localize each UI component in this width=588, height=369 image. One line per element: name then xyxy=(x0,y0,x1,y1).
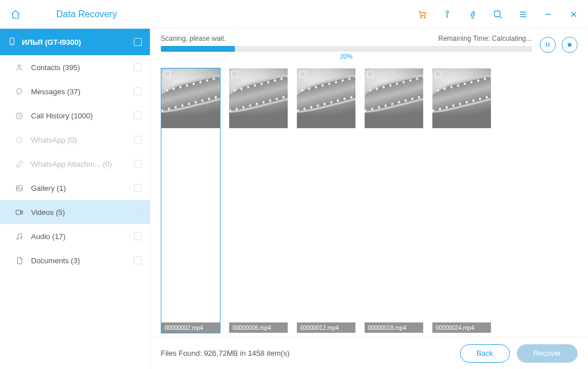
key-icon[interactable] xyxy=(442,9,452,20)
file-checkbox[interactable] xyxy=(299,71,306,78)
sidebar-item-checkbox[interactable] xyxy=(134,87,142,95)
app-window: Data Recovery xyxy=(0,0,588,369)
main-panel: Scaning, please wait. Remaining Time: Ca… xyxy=(150,29,588,369)
home-button[interactable] xyxy=(9,8,22,21)
video-thumbnail-image xyxy=(297,68,355,128)
svg-rect-9 xyxy=(16,186,22,191)
svg-point-10 xyxy=(17,186,18,187)
file-name: 00000018.mp4 xyxy=(365,322,423,333)
scan-percent-text: 20% xyxy=(161,53,532,60)
attachment-icon xyxy=(14,160,24,168)
facebook-icon[interactable] xyxy=(467,9,478,20)
file-checkbox[interactable] xyxy=(435,71,442,78)
stop-scan-button[interactable] xyxy=(562,37,578,53)
scan-bar: Scaning, please wait. Remaining Time: Ca… xyxy=(150,29,588,64)
sidebar-item-label: Gallery (1) xyxy=(31,184,66,193)
sidebar-item-label: Messages (37) xyxy=(31,87,80,96)
sidebar-item-videos[interactable]: Videos (5) xyxy=(0,200,150,224)
file-name: 00000024.mp4 xyxy=(432,322,491,333)
messages-icon xyxy=(14,87,24,96)
device-checkbox[interactable] xyxy=(134,38,142,46)
whatsapp-icon xyxy=(14,136,24,144)
sidebar-item-label: Videos (5) xyxy=(31,208,65,217)
svg-point-12 xyxy=(17,238,18,240)
close-button[interactable] xyxy=(568,9,579,20)
recover-button[interactable]: Recover xyxy=(517,344,578,363)
file-checkbox[interactable] xyxy=(367,71,374,78)
sidebar-item-checkbox[interactable] xyxy=(134,63,142,71)
sidebar-item-label: Audio (17) xyxy=(31,232,65,241)
page-title: Data Recovery xyxy=(56,9,117,20)
pause-scan-button[interactable] xyxy=(540,37,556,53)
file-thumbnail[interactable]: 00000024.mp4 xyxy=(432,68,492,333)
gallery-icon xyxy=(14,184,24,193)
sidebar-item-whatsapp: WhatsApp (0) xyxy=(0,128,150,152)
scan-status-text: Scaning, please wait. xyxy=(161,34,226,43)
svg-rect-14 xyxy=(568,43,571,47)
sidebar-item-gallery[interactable]: Gallery (1) xyxy=(0,176,150,200)
sidebar-item-checkbox[interactable] xyxy=(134,160,142,168)
sidebar-item-label: WhatsApp (0) xyxy=(31,136,76,144)
back-button[interactable]: Back xyxy=(460,344,510,363)
file-thumbnail[interactable]: 00000006.mp4 xyxy=(229,68,288,333)
svg-point-5 xyxy=(18,64,20,67)
scan-remaining-text: Remaining Time: Calculating... xyxy=(438,34,532,43)
sidebar-item-label: Call History (1000) xyxy=(31,112,93,120)
svg-point-13 xyxy=(20,237,22,239)
sidebar-item-checkbox[interactable] xyxy=(134,256,142,264)
sidebar-item-checkbox[interactable] xyxy=(134,208,142,216)
contacts-icon xyxy=(14,63,24,72)
file-thumbnail[interactable]: 00000012.mp4 xyxy=(296,68,356,333)
file-thumbnail[interactable]: 00000002.mp4 xyxy=(161,68,220,333)
sidebar-item-checkbox[interactable] xyxy=(134,232,142,240)
video-thumbnail-image xyxy=(161,68,220,128)
sidebar-item-checkbox[interactable] xyxy=(134,112,142,120)
file-thumbnail[interactable]: 00000018.mp4 xyxy=(364,68,424,333)
file-grid: 00000002.mp400000006.mp400000012.mp40000… xyxy=(150,64,588,337)
file-name: 00000002.mp4 xyxy=(161,322,220,333)
cart-icon[interactable] xyxy=(417,9,427,20)
callhistory-icon xyxy=(14,112,24,120)
video-thumbnail-image xyxy=(365,68,423,128)
footer-status: Files Found: 926,72MB in 1458 item(s) xyxy=(161,349,289,358)
sidebar-item-documents[interactable]: Documents (3) xyxy=(0,248,150,272)
sidebar-item-label: Documents (3) xyxy=(31,256,80,265)
sidebar-item-checkbox[interactable] xyxy=(134,184,142,192)
sidebar-item-audio[interactable]: Audio (17) xyxy=(0,224,150,248)
video-thumbnail-image xyxy=(229,68,288,128)
sidebar-item-label: WhatsApp Attachm... (0) xyxy=(31,160,112,168)
file-checkbox[interactable] xyxy=(231,71,238,78)
footer: Files Found: 926,72MB in 1458 item(s) Ba… xyxy=(150,337,588,369)
sidebar-item-contacts[interactable]: Contacts (395) xyxy=(0,55,150,79)
sidebar-item-attachment: WhatsApp Attachm... (0) xyxy=(0,152,150,176)
svg-point-2 xyxy=(446,10,448,13)
sidebar-item-checkbox[interactable] xyxy=(134,136,142,144)
phone-icon xyxy=(8,36,16,48)
menu-icon[interactable] xyxy=(518,9,528,20)
titlebar-actions xyxy=(417,9,579,20)
sidebar-item-messages[interactable]: Messages (37) xyxy=(0,79,150,103)
video-thumbnail-image xyxy=(432,68,491,128)
minimize-button[interactable] xyxy=(543,9,554,20)
svg-point-1 xyxy=(424,17,425,18)
sidebar-item-callhistory[interactable]: Call History (1000) xyxy=(0,103,150,128)
documents-icon xyxy=(14,256,24,265)
svg-rect-3 xyxy=(494,11,500,17)
svg-point-0 xyxy=(420,17,421,18)
titlebar: Data Recovery xyxy=(0,0,588,29)
scan-progress xyxy=(161,46,532,52)
search-icon[interactable] xyxy=(493,9,503,20)
device-label: ИЛЬЯ (GT-I9300) xyxy=(22,38,81,47)
sidebar: ИЛЬЯ (GT-I9300) Contacts (395)Messages (… xyxy=(0,29,150,369)
file-checkbox[interactable] xyxy=(164,71,171,78)
videos-icon xyxy=(14,208,24,217)
file-name: 00000006.mp4 xyxy=(229,322,288,333)
svg-rect-11 xyxy=(16,210,20,214)
sidebar-item-label: Contacts (395) xyxy=(31,63,80,72)
audio-icon xyxy=(14,232,24,241)
sidebar-device-header[interactable]: ИЛЬЯ (GT-I9300) xyxy=(0,29,150,55)
file-name: 00000012.mp4 xyxy=(297,322,355,333)
